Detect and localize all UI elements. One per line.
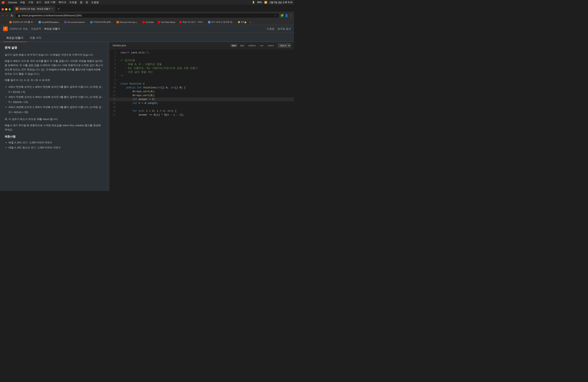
menu-bookmarks[interactable]: 북마크: [59, 0, 66, 4]
code-line-9: class Solution {: [117, 82, 294, 86]
code-editor[interactable]: 1 2 3 4 5 6 7 8 9 10 11 12 13 14 15 16 1…: [109, 49, 294, 191]
theme-vim-button[interactable]: vim: [258, 44, 265, 47]
problem-description: 길이가 같은 배열 A, B 두개가 있습니다. 각 배열은 자연수로 이루어져…: [5, 53, 103, 83]
theme-sublime-button[interactable]: sublime: [247, 44, 257, 47]
problem-panel: 문제 설명 길이가 같은 배열 A, B 두개가 있습니다. 각 배열은 자연수…: [0, 42, 108, 191]
bookmark-5[interactable]: Discover the top s...: [115, 21, 140, 24]
reload-button[interactable]: ↻: [10, 13, 14, 18]
problem-text-1: 길이가 같은 배열 A, B 두개가 있습니다. 각 배열은 자연수로 이루어져…: [5, 53, 103, 57]
bookmark-youtube[interactable]: YouTube: [141, 21, 155, 24]
menu-window[interactable]: 창: [85, 0, 88, 4]
bookmark-7-label: 채널 대시보드 - YouT...: [182, 21, 204, 23]
menubar: 🍎 Chrome 파일 수정 보기 방문 기록 북마크 프로필 탭 창 도움말 …: [0, 0, 294, 5]
menu-file[interactable]: 파일: [20, 0, 25, 4]
theme-light-button[interactable]: light: [239, 44, 246, 47]
code-line-1: import java.util.*;: [117, 51, 294, 55]
bookmark-youtube-music-label: YouTube Music: [161, 21, 175, 23]
bookmark-7-icon: [179, 21, 182, 23]
extensions-icon[interactable]: 🧩: [280, 14, 284, 17]
back-button[interactable]: ‹: [1, 13, 4, 18]
new-tab-button[interactable]: +: [56, 6, 62, 12]
forward-button[interactable]: ›: [6, 13, 8, 18]
code-line-12: Arrays.sort(B);: [117, 94, 294, 97]
tab-submissions[interactable]: 제출 내역: [26, 34, 44, 42]
profile-icon[interactable]: 👤: [285, 14, 288, 17]
help-link[interactable]: 도움말: [267, 27, 274, 31]
constraints-title: 제한사항: [5, 135, 103, 138]
bookmark-8[interactable]: 내가 보려고 정리한 정...: [207, 20, 235, 24]
bookmark-youtube-icon: [142, 21, 145, 23]
minimize-button[interactable]: [5, 8, 7, 11]
breadcrumb-practice[interactable]: 연습문제: [31, 27, 41, 31]
compile-options-link[interactable]: 컴파일 옵션: [277, 27, 291, 31]
code-line-3: /* 알고리즘: [117, 59, 294, 63]
close-button[interactable]: [1, 8, 4, 11]
bookmark-1[interactable]: 코딩테스트 대비를 위...: [8, 20, 36, 24]
bookmarks-more-icon[interactable]: »: [250, 21, 251, 23]
apple-menu-icon[interactable]: 🍎: [1, 1, 5, 4]
menu-view[interactable]: 보기: [36, 0, 42, 4]
theme-emacs-button[interactable]: emacs: [266, 44, 275, 47]
bookmark-5-label: Discover the top s...: [120, 21, 138, 23]
menu-chrome[interactable]: Chrome: [8, 1, 17, 4]
active-tab[interactable]: P 코딩테스트 연습 - 최솟값 만들기 ×: [13, 6, 55, 12]
bookmark-youtube-music[interactable]: YouTube Music: [156, 21, 177, 24]
bookmark-7[interactable]: 채널 대시보드 - YouT...: [178, 20, 206, 24]
bookmark-4[interactable]: 커밋(commit) 날짜...: [89, 20, 114, 24]
problem-section-title: 문제 설명: [5, 46, 103, 50]
bookmark-3-label: Git remote branch...: [67, 21, 86, 23]
bookmarks-bar: ⋮⋮ 코딩테스트 대비를 위... tony9402/baekjoo... Gi…: [0, 20, 294, 25]
breadcrumb-sep-1: ›: [29, 27, 30, 30]
code-lines[interactable]: import java.util.*; /* 알고리즘 - 배열 A, B : …: [117, 49, 294, 191]
star-icon[interactable]: ☆: [274, 14, 276, 17]
page-header: P 코딩테스트 연습 › 연습문제 › 최솟값 만들기 도움말 컴파일 옵션: [0, 25, 294, 33]
bookmark-1-label: 코딩테스트 대비를 위...: [12, 21, 35, 23]
content-tabs: 최솟값 만들기 제출 내역: [0, 33, 294, 42]
breadcrumb-current: 최솟값 만들기: [44, 27, 60, 31]
menu-edit[interactable]: 수정: [28, 0, 33, 4]
bookmark-4-icon: [90, 21, 93, 23]
maximize-button[interactable]: [9, 8, 11, 11]
bookmark-3[interactable]: Git remote branch...: [63, 21, 88, 24]
menu-profile[interactable]: 프로필: [69, 0, 77, 4]
bookmark-8-label: 내가 보려고 정리한 정...: [211, 21, 234, 23]
code-line-6: - 모든 곱의 합을 계산: [117, 70, 294, 74]
url-text: school.programmers.co.kr/learn/courses/3…: [21, 14, 82, 17]
apps-icon[interactable]: ⋮⋮: [1, 21, 6, 23]
problem-task: 배열 A, B가 주어질 때 최종적으로 누적된 최솟값을 return 하는 …: [5, 123, 103, 132]
editor-filename: Solution.java: [113, 44, 126, 47]
code-line-8: [117, 78, 294, 82]
code-line-10: public int solution(int[] A, int[] B) {: [117, 86, 294, 90]
breadcrumb-home[interactable]: 코딩테스트 연습: [9, 27, 28, 31]
resize-handle[interactable]: · ·: [108, 42, 109, 191]
tab-problem[interactable]: 최솟값 만들기: [3, 34, 26, 42]
tab-close-button[interactable]: ×: [52, 7, 53, 10]
menu-dots-icon[interactable]: ⋮: [289, 14, 293, 18]
breadcrumb-sep-2: ›: [42, 27, 43, 30]
menu-history[interactable]: 방문 기록: [44, 0, 55, 4]
menu-help[interactable]: 도움말: [91, 0, 99, 4]
bookmark-ds-label: DS🔥: [241, 21, 247, 23]
problem-text-2: 배열 A, B에서 각각 한 개의 숫자를 뽑아 두 수를 곱합니다. 이러한 …: [5, 59, 103, 76]
line-numbers: 1 2 3 4 5 6 7 8 9 10 11 12 13 14 15 16 1…: [109, 49, 117, 191]
code-line-4: - 배열 A, B : 오름차순 정렬: [117, 63, 294, 66]
constraint-2: 배열 A, B의 원소의 크기 : 1,000 이하의 자연수: [9, 145, 103, 150]
bookmark-8-icon: [208, 21, 210, 23]
language-selector[interactable]: Java ▾: [278, 43, 291, 47]
example-2: A에서 두번째 숫자인 4, B에서 세번째 숫자인 4를 뽑아 곱하여 더합니…: [9, 95, 103, 105]
code-line-5: - A는 오름차순, B는 내림차순(역순)으로 곱셈 조합 만들기: [117, 66, 294, 70]
bookmark-2-label: tony9402/baekjoo...: [42, 21, 60, 23]
bookmark-5-icon: [116, 21, 119, 23]
example-3: A에서 세번째 숫자인 2, B에서 두번째 숫자인 4를 뽑아 곱하여 더합니…: [9, 105, 103, 115]
menu-tab[interactable]: 탭: [80, 0, 83, 4]
code-line-16: for (int i = 0; i < n; i++) {: [117, 109, 294, 113]
wifi-icon: 📶: [264, 1, 267, 4]
problem-text-3: 예를 들어 A = [1, 4, 2] , B = [5, 4, 4] 라면: [5, 78, 103, 82]
battery-icon: 🔋: [252, 1, 255, 4]
bookmark-ds[interactable]: 📁 DS🔥: [236, 21, 248, 24]
lock-icon: 🔒: [18, 15, 20, 17]
address-bar[interactable]: 🔒 school.programmers.co.kr/learn/courses…: [16, 13, 279, 18]
bookmark-2[interactable]: tony9402/baekjoo...: [37, 21, 62, 24]
datetime: 1월 5일 (일) 오후 8:14: [270, 1, 293, 4]
theme-dark-button[interactable]: dark: [230, 44, 237, 47]
